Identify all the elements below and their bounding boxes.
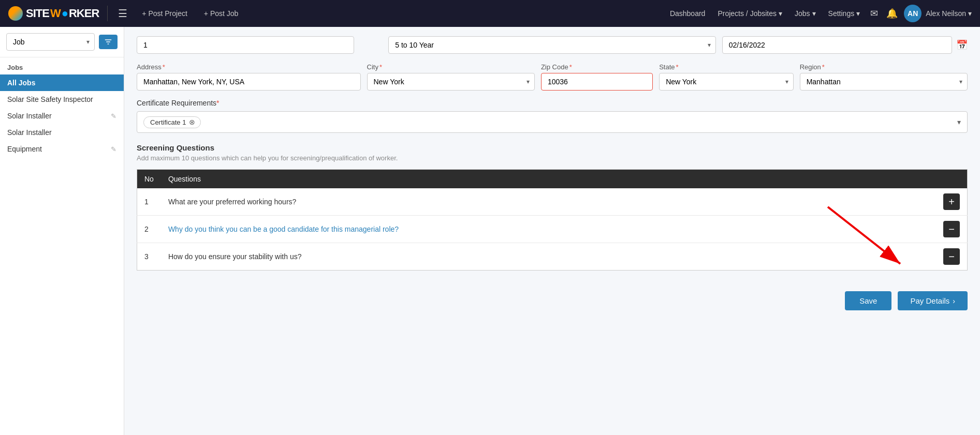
col-action <box>936 170 968 189</box>
question-action: − <box>936 216 968 243</box>
sidebar: Job ▾ Jobs All Jobs Solar Site Safety In… <box>0 27 124 435</box>
experience-number-input[interactable] <box>137 36 354 54</box>
question-text: What are your preferred working hours? <box>161 188 936 216</box>
chevron-right-icon: › <box>953 297 955 305</box>
sidebar-section-jobs: Jobs <box>0 57 124 74</box>
mail-icon[interactable]: ✉ <box>868 6 880 21</box>
pay-details-button[interactable]: Pay Details › <box>898 291 968 310</box>
question-text: Why do you think you can be a good candi… <box>161 216 936 243</box>
sidebar-filter-row: Job ▾ <box>0 27 124 57</box>
address-input[interactable] <box>137 73 361 91</box>
nav-dashboard[interactable]: Dashboard <box>666 7 710 20</box>
address-row: Address City New York ▾ Zip Code <box>137 63 968 91</box>
edit-icon[interactable]: ✎ <box>111 112 116 120</box>
user-menu[interactable]: Alex Neilson ▾ <box>926 9 972 18</box>
nav-divider <box>107 6 108 21</box>
cert-box[interactable]: Certificate 1 ⊗ ▾ <box>137 111 968 133</box>
post-job-button[interactable]: + Post Job <box>200 7 243 20</box>
remove-question-button[interactable]: − <box>943 221 960 237</box>
svg-rect-2 <box>107 43 109 44</box>
chevron-down-icon: ▾ <box>856 9 860 18</box>
zip-label: Zip Code <box>541 63 653 71</box>
question-number: 1 <box>137 188 161 216</box>
cert-dropdown-chevron[interactable]: ▾ <box>957 118 961 126</box>
chevron-down-icon: ▾ <box>968 9 972 18</box>
table-row: 3 How do you ensure your stability with … <box>137 243 968 271</box>
question-action: − <box>936 243 968 271</box>
sidebar-item-all-jobs[interactable]: All Jobs <box>0 74 124 91</box>
svg-rect-0 <box>105 39 112 40</box>
question-number: 2 <box>137 216 161 243</box>
cert-requirements-label: Certificate Requirements* <box>137 99 968 107</box>
state-label: State <box>659 63 794 71</box>
sidebar-item-solar-installer-1[interactable]: Solar Installer ✎ <box>0 108 124 124</box>
hamburger-button[interactable]: ☰ <box>116 5 129 22</box>
avatar[interactable]: AN <box>904 5 922 22</box>
table-row: 2 Why do you think you can be a good can… <box>137 216 968 243</box>
table-header-row: No Questions <box>137 170 968 189</box>
chevron-down-icon: ▾ <box>812 9 816 18</box>
filter-icon <box>104 38 112 46</box>
post-project-button[interactable]: + Post Project <box>138 7 192 20</box>
region-label: Region <box>800 63 968 71</box>
nav-projects[interactable]: Projects / Jobsites ▾ <box>713 7 786 20</box>
question-action: + <box>936 188 968 216</box>
nav-jobs[interactable]: Jobs ▾ <box>791 7 820 20</box>
question-number: 3 <box>137 243 161 271</box>
sidebar-filter-button[interactable] <box>99 35 118 49</box>
screening-section: Screening Questions Add maximum 10 quest… <box>137 143 968 271</box>
sidebar-item-solar-site-safety[interactable]: Solar Site Safety Inspector <box>0 91 124 108</box>
col-questions: Questions <box>161 170 936 189</box>
city-label: City <box>367 63 535 71</box>
cert-tag-remove[interactable]: ⊗ <box>189 118 195 126</box>
screening-title: Screening Questions <box>137 143 968 152</box>
logo-icon <box>8 6 23 21</box>
years-select[interactable]: 5 to 10 Year 1 to 3 Year 3 to 5 Year 10+… <box>388 36 715 54</box>
nav-settings[interactable]: Settings ▾ <box>824 7 865 20</box>
footer-row: Save Pay Details › <box>137 281 968 310</box>
sidebar-type-select[interactable]: Job <box>6 33 95 51</box>
sidebar-item-equipment[interactable]: Equipment ✎ <box>0 141 124 157</box>
bell-icon[interactable]: 🔔 <box>884 6 900 21</box>
certificate-section: Certificate Requirements* Certificate 1 … <box>137 99 968 133</box>
cert-tag: Certificate 1 ⊗ <box>143 116 201 128</box>
date-input[interactable] <box>722 36 952 54</box>
city-select[interactable]: New York <box>367 73 535 91</box>
region-select[interactable]: Manhattan <box>800 73 968 91</box>
questions-table: No Questions 1 What are your preferred w… <box>137 169 968 271</box>
save-button[interactable]: Save <box>845 291 891 310</box>
col-no: No <box>137 170 161 189</box>
svg-rect-1 <box>106 41 110 42</box>
cert-tags: Certificate 1 ⊗ <box>143 116 957 128</box>
address-label: Address <box>137 63 361 71</box>
question-text: How do you ensure your stability with us… <box>161 243 936 271</box>
remove-question-button[interactable]: − <box>943 248 960 265</box>
experience-row: 5 to 10 Year 1 to 3 Year 3 to 5 Year 10+… <box>137 36 968 54</box>
state-select[interactable]: New York <box>659 73 794 91</box>
chevron-down-icon: ▾ <box>779 9 782 18</box>
edit-icon[interactable]: ✎ <box>111 145 116 153</box>
screening-subtitle: Add maximum 10 questions which can help … <box>137 154 968 162</box>
add-question-button[interactable]: + <box>943 193 960 210</box>
main-content: 5 to 10 Year 1 to 3 Year 3 to 5 Year 10+… <box>124 27 980 435</box>
top-navigation: SITEW●RKER ☰ + Post Project + Post Job D… <box>0 0 980 27</box>
table-row: 1 What are your preferred working hours?… <box>137 188 968 216</box>
sidebar-item-solar-installer-2[interactable]: Solar Installer <box>0 124 124 141</box>
app-logo: SITEW●RKER <box>8 6 99 21</box>
zip-input[interactable] <box>541 73 653 91</box>
calendar-icon[interactable]: 📅 <box>956 39 968 51</box>
